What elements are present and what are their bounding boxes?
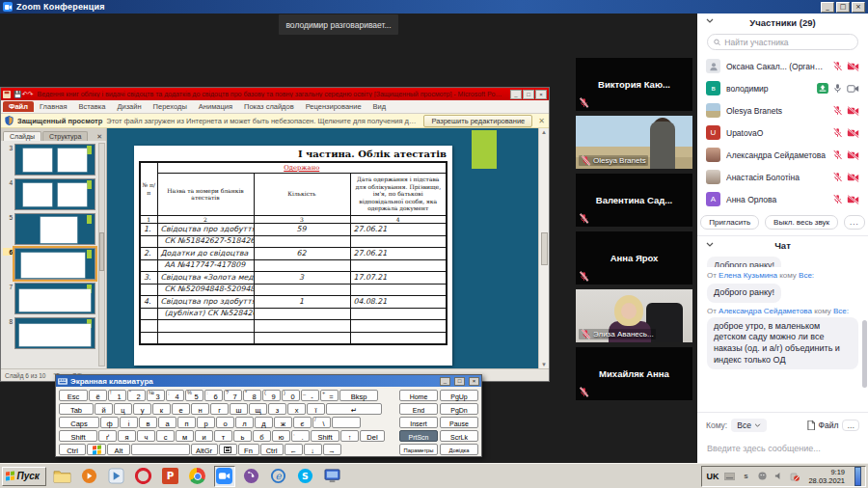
key-ч[interactable]: ч [137, 430, 155, 442]
key-і[interactable]: і [120, 417, 138, 428]
key-6[interactable]: :6 [204, 390, 223, 401]
search-input[interactable] [724, 38, 852, 47]
key-т[interactable]: т [214, 430, 232, 442]
key-↵[interactable]: ↵ [326, 403, 382, 415]
key-о[interactable]: о [216, 417, 234, 428]
tray-blocked-icon[interactable] [789, 471, 800, 482]
powerpoint-icon[interactable]: P [160, 466, 181, 487]
key-Довідка[interactable]: Довідка [440, 444, 478, 455]
zoom-icon[interactable] [214, 466, 235, 487]
key-Ctrl[interactable]: Ctrl [59, 444, 86, 455]
key-Fn[interactable]: Fn [238, 444, 259, 455]
key-ScrLk[interactable]: ScrLk [440, 430, 478, 442]
start-button[interactable]: Пуск [2, 467, 46, 486]
key-Insert[interactable]: Insert [399, 417, 438, 428]
ribbon-tab-6[interactable]: Показ слайдов [238, 101, 300, 112]
keyboard-close-icon[interactable]: × [469, 377, 479, 386]
key-є[interactable]: є [293, 417, 312, 428]
ppt-close-icon[interactable]: × [535, 90, 547, 99]
key-→[interactable]: → [323, 444, 341, 455]
key-Tab[interactable]: Tab [59, 403, 94, 415]
key-1[interactable]: !1 [108, 390, 126, 401]
key-←[interactable]: ← [285, 444, 303, 455]
ribbon-tab-0[interactable]: Файл [3, 101, 34, 112]
key--[interactable]: _- [301, 390, 319, 401]
tab-slides[interactable]: Слайды [3, 131, 41, 141]
protected-view-close-icon[interactable]: ✕ [538, 117, 545, 125]
key-Caps[interactable]: Caps [59, 417, 99, 428]
ribbon-tab-2[interactable]: Вставка [73, 101, 112, 112]
ppt-minimize-icon[interactable]: _ [510, 90, 522, 99]
key-Alt[interactable]: Alt [107, 444, 130, 455]
key-7[interactable]: ?7 [224, 390, 242, 401]
tray-app-icon-1[interactable]: s [740, 471, 751, 482]
key-3[interactable]: №3 [147, 390, 165, 401]
slide-thumbnail-8[interactable]: 8 [3, 317, 96, 349]
key-PrtScn[interactable]: PrtScn [399, 430, 438, 442]
show-desktop-button[interactable] [854, 467, 861, 486]
chat-scrollbar[interactable] [862, 320, 867, 388]
minimize-icon[interactable]: _ [821, 2, 834, 13]
keyboard-minimize-icon[interactable]: _ [440, 377, 450, 386]
key-щ[interactable]: щ [249, 403, 267, 415]
key-\[interactable]: /\ [312, 417, 331, 428]
key-п[interactable]: п [177, 417, 196, 428]
kmplayer-icon[interactable] [106, 466, 127, 487]
key-↑[interactable]: ↑ [340, 430, 359, 442]
ribbon-tab-8[interactable]: Вид [367, 101, 393, 112]
key-windows-icon[interactable] [87, 444, 106, 455]
key-ф[interactable]: ф [100, 417, 119, 428]
internet-explorer-icon[interactable]: e [268, 466, 289, 487]
key-ь[interactable]: ь [233, 430, 252, 442]
key-а[interactable]: а [158, 417, 176, 428]
participant-row[interactable]: Olesya Branets [697, 99, 868, 122]
media-player-icon[interactable] [79, 466, 100, 487]
chat-more-button[interactable]: ... [842, 420, 859, 431]
ribbon-tab-5[interactable]: Анимация [193, 101, 238, 112]
key-к[interactable]: к [152, 403, 171, 415]
key-с[interactable]: с [156, 430, 175, 442]
key-ж[interactable]: ж [274, 417, 292, 428]
ribbon-tab-1[interactable]: Главная [34, 101, 73, 112]
key-PgUp[interactable]: PgUp [440, 390, 478, 401]
ribbon-tab-3[interactable]: Дизайн [111, 101, 147, 112]
key-8[interactable]: *8 [243, 390, 261, 401]
remote-app-icon[interactable] [322, 466, 343, 487]
key-blank[interactable] [332, 417, 361, 428]
participant-row[interactable]: Александра Сейдаметова [697, 144, 868, 166]
key-PgDn[interactable]: PgDn [440, 403, 478, 415]
key-Параметры[interactable]: Параметры [399, 444, 438, 455]
key-ш[interactable]: ш [230, 403, 248, 415]
ribbon-tab-4[interactable]: Переходы [148, 101, 193, 112]
taskbar-clock[interactable]: 9:19 28.03.2021 [805, 468, 848, 485]
invite-button[interactable]: Пригласить [700, 215, 759, 230]
key-↓[interactable]: ↓ [304, 444, 322, 455]
key-н[interactable]: н [191, 403, 209, 415]
key-blank[interactable] [131, 444, 190, 455]
ppt-restore-icon[interactable]: □ [523, 90, 534, 99]
ribbon-tab-7[interactable]: Рецензирование [300, 101, 367, 112]
key-ц[interactable]: ц [114, 403, 132, 415]
key-и[interactable]: и [195, 430, 213, 442]
participant-row[interactable]: UUpatovaO [697, 122, 868, 144]
key-Bksp[interactable]: Bksp [339, 390, 378, 401]
key-й[interactable]: й [95, 403, 113, 415]
quick-access-toolbar[interactable]: 💾↶↷ [3, 91, 33, 98]
key-Shift[interactable]: Shift [311, 430, 339, 442]
key-ї[interactable]: ї [307, 403, 325, 415]
thumbnails-scrollbar[interactable] [98, 143, 105, 366]
key-.[interactable]: ,. [291, 430, 310, 442]
key-Esc[interactable]: Esc [59, 390, 88, 401]
tab-outline[interactable]: Структура [42, 131, 88, 141]
chrome-icon[interactable] [187, 466, 208, 487]
key-ґ[interactable]: ґ [98, 430, 117, 442]
mute-all-button[interactable]: Выкл. весь звук [765, 215, 838, 230]
slide-thumbnail-7[interactable]: 7 [3, 283, 96, 314]
slide-thumbnail-3[interactable]: 3 [3, 144, 96, 176]
key-у[interactable]: у [133, 403, 151, 415]
key-з[interactable]: з [268, 403, 286, 415]
tray-volume-icon[interactable] [773, 471, 784, 482]
slide-thumbnail-4[interactable]: 4 [3, 178, 96, 210]
key-г[interactable]: г [210, 403, 229, 415]
key-е[interactable]: е [172, 403, 190, 415]
